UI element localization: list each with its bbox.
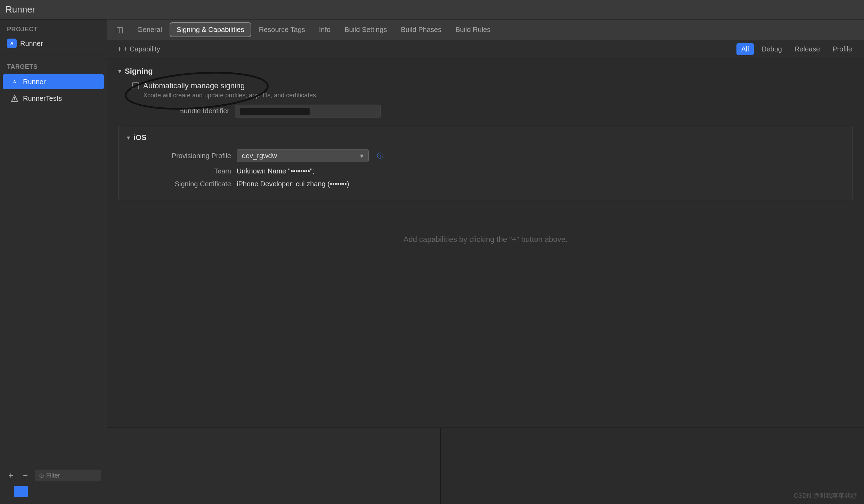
bundle-identifier-label: Bundle Identifier [132, 107, 229, 115]
sidebar-item-runner[interactable]: A Runner [3, 74, 104, 89]
auto-manage-checkbox[interactable] [132, 82, 139, 89]
ios-section-title: iOS [133, 133, 147, 142]
sidebar-item-project-runner[interactable]: A Runner [0, 36, 107, 51]
provisioning-profile-row: Provisioning Profile dev_rgwdw ▾ ⓘ [127, 149, 844, 162]
ios-chevron-icon: ▾ [127, 134, 130, 141]
signing-section-title: Signing [125, 67, 153, 76]
runner-project-icon: A [7, 39, 17, 48]
sidebar-runnertests-label: RunnerTests [23, 95, 62, 103]
bottom-left-panel [107, 428, 441, 504]
sidebar-remove-button[interactable]: − [20, 469, 31, 482]
bundle-identifier-row: Bundle Identifier [132, 105, 853, 117]
main-panel: ▾ Signing Automatically manage signing X… [107, 58, 864, 428]
filter-icon: ⊜ [39, 472, 44, 479]
provisioning-profile-label: Provisioning Profile [127, 152, 231, 160]
signing-chevron-icon: ▾ [118, 67, 121, 75]
sidebar-runner-label: Runner [23, 78, 46, 86]
svg-text:A: A [10, 41, 14, 46]
sidebar-project-runner-label: Runner [20, 40, 43, 48]
svg-text:A: A [13, 80, 16, 84]
tab-signing-capabilities[interactable]: Signing & Capabilities [170, 22, 251, 37]
top-bar-title: Runner [6, 4, 35, 15]
provisioning-info-icon[interactable]: ⓘ [377, 152, 383, 160]
tab-build-settings[interactable]: Build Settings [338, 23, 393, 36]
tab-general[interactable]: General [131, 23, 168, 36]
sub-toolbar: + + Capability All Debug Release Profile [107, 40, 864, 58]
sidebar-toggle-button[interactable]: ◫ [113, 23, 127, 36]
add-icon: + [117, 45, 122, 53]
sidebar-divider [0, 54, 107, 54]
sidebar-filter-input[interactable] [46, 472, 97, 479]
team-label: Team [127, 167, 231, 175]
sidebar-toggle-icon: ◫ [116, 25, 123, 34]
add-capability-label: + Capability [124, 45, 160, 53]
sidebar-filter[interactable]: ⊜ [35, 470, 101, 481]
top-bar: Runner [0, 0, 864, 19]
signing-cert-row: Signing Certificate iPhone Developer: cu… [127, 180, 844, 188]
tab-resource-tags[interactable]: Resource Tags [253, 23, 311, 36]
signing-section-header: ▾ Signing [118, 67, 853, 76]
targets-section-label: TARGETS [0, 57, 107, 73]
team-value: Unknown Name "••••••••"; [237, 167, 315, 175]
project-section-label: PROJECT [0, 19, 107, 36]
subtab-profile[interactable]: Profile [828, 43, 857, 55]
bundle-identifier-value[interactable] [235, 105, 381, 117]
main-layout: PROJECT A Runner TARGETS A Runner [0, 19, 864, 504]
sidebar-add-button[interactable]: + [6, 469, 16, 482]
sidebar-bottom: + − ⊜ [0, 465, 107, 486]
sidebar: PROJECT A Runner TARGETS A Runner [0, 19, 107, 504]
bottom-split [107, 428, 864, 504]
signing-cert-label: Signing Certificate [127, 180, 231, 188]
ios-section: ▾ iOS Provisioning Profile dev_rgwdw ▾ ⓘ… [118, 126, 853, 200]
bundle-id-redacted [240, 108, 310, 115]
provisioning-profile-value: dev_rgwdw [242, 152, 277, 160]
watermark: CSDN @叫我菜菜就好 [794, 491, 857, 500]
auto-manage-text: Automatically manage signing Xcode will … [143, 81, 318, 99]
runner-target-icon: A [10, 77, 19, 87]
content-area: ◫ General Signing & Capabilities Resourc… [107, 19, 864, 504]
provisioning-dropdown-icon: ▾ [360, 152, 364, 160]
tab-info[interactable]: Info [313, 23, 337, 36]
ios-section-header: ▾ iOS [127, 133, 844, 142]
auto-manage-desc: Xcode will create and update profiles, a… [143, 92, 318, 99]
sidebar-bottom-bar [14, 486, 28, 497]
tab-build-rules[interactable]: Build Rules [449, 23, 497, 36]
add-capability-button[interactable]: + + Capability [114, 43, 164, 55]
subtab-release[interactable]: Release [790, 43, 825, 55]
provisioning-profile-select[interactable]: dev_rgwdw ▾ [237, 149, 369, 162]
runnertests-icon [10, 94, 19, 103]
tab-build-phases[interactable]: Build Phases [394, 23, 448, 36]
auto-manage-label: Automatically manage signing [143, 81, 318, 90]
subtab-all[interactable]: All [736, 43, 754, 55]
auto-manage-row: Automatically manage signing Xcode will … [132, 81, 853, 99]
sidebar-item-runnertests[interactable]: RunnerTests [3, 91, 104, 106]
svg-point-5 [14, 99, 15, 100]
subtab-debug[interactable]: Debug [757, 43, 787, 55]
add-capabilities-hint: Add capabilities by clicking the "+" but… [118, 228, 853, 251]
toolbar: ◫ General Signing & Capabilities Resourc… [107, 19, 864, 40]
team-row: Team Unknown Name "••••••••"; [127, 167, 844, 175]
signing-cert-value: iPhone Developer: cui zhang (•••••••) [237, 180, 349, 188]
